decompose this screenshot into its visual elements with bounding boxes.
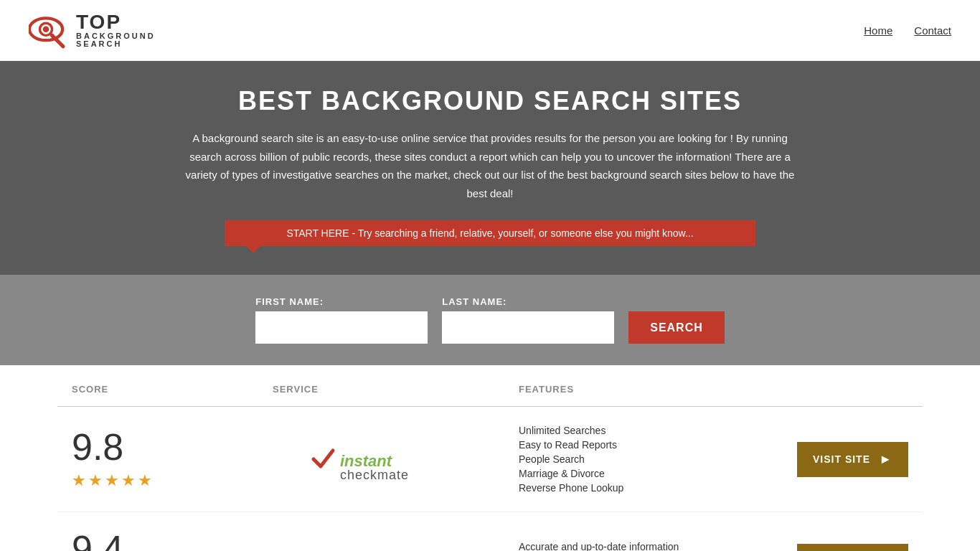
star-1: ★ xyxy=(72,471,86,490)
col-action xyxy=(765,384,908,395)
last-name-label: LAST NAME: xyxy=(442,296,614,307)
score-number-1: 9.8 xyxy=(72,428,123,466)
first-name-label: FIRST NAME: xyxy=(255,296,428,307)
svg-text:checkmate: checkmate xyxy=(340,468,409,479)
col-features: FEATURES xyxy=(519,384,765,395)
search-callout: START HERE - Try searching a friend, rel… xyxy=(225,220,755,246)
feature-2-1: Accurate and up-to-date information xyxy=(519,541,765,551)
table-row: 9.4 ★ ★ ★ ★ ★ People Looker Accurate and… xyxy=(57,512,923,551)
page-title: BEST BACKGROUND SEARCH SITES xyxy=(14,86,966,116)
feature-1-1: Unlimited Searches xyxy=(519,425,765,436)
svg-point-4 xyxy=(50,33,54,37)
visit-cell-1: VISIT SITE ► xyxy=(765,442,908,477)
feature-1-5: Reverse Phone Lookup xyxy=(519,482,765,494)
results-section: SCORE SERVICE FEATURES 9.8 ★ ★ ★ ★ ★ ins… xyxy=(0,372,980,551)
search-form-area: FIRST NAME: LAST NAME: SEARCH xyxy=(0,275,980,365)
logo-top-text: TOP xyxy=(76,12,156,32)
first-name-input[interactable] xyxy=(255,311,428,344)
search-button[interactable]: SEARCH xyxy=(628,311,725,344)
table-row: 9.8 ★ ★ ★ ★ ★ instant checkmate Unlimite… xyxy=(57,407,923,512)
service-logo-1: instant checkmate xyxy=(273,433,519,486)
first-name-field: FIRST NAME: xyxy=(255,296,428,344)
hero-description: A background search site is an easy-to-u… xyxy=(182,129,798,202)
arrow-icon-1: ► xyxy=(879,452,892,467)
score-cell-2: 9.4 ★ ★ ★ ★ ★ xyxy=(72,530,273,551)
col-score: SCORE xyxy=(72,384,273,395)
star-half-1: ★ xyxy=(138,471,152,490)
visit-cell-2: VISIT SITE ► xyxy=(765,544,908,552)
score-cell-1: 9.8 ★ ★ ★ ★ ★ xyxy=(72,428,273,490)
checkmate-logo-svg: instant checkmate xyxy=(310,440,482,479)
col-service: SERVICE xyxy=(273,384,519,395)
visit-site-button-2[interactable]: VISIT SITE ► xyxy=(797,544,908,552)
logo-icon xyxy=(29,11,72,50)
peoplelooker-logo-svg: People Looker xyxy=(310,542,482,552)
site-header: TOP BACKGROUNDSEARCH Home Contact xyxy=(0,0,980,61)
feature-1-4: Marriage & Divorce xyxy=(519,468,765,479)
last-name-input[interactable] xyxy=(442,311,614,344)
features-cell-2: Accurate and up-to-date information Unli… xyxy=(519,541,765,551)
visit-site-button-1[interactable]: VISIT SITE ► xyxy=(797,442,908,477)
site-logo: TOP BACKGROUNDSEARCH xyxy=(29,11,156,50)
star-3: ★ xyxy=(105,471,119,490)
nav-contact[interactable]: Contact xyxy=(914,24,951,37)
logo-bottom-text: BACKGROUNDSEARCH xyxy=(76,32,156,48)
score-number-2: 9.4 xyxy=(72,530,123,551)
last-name-field: LAST NAME: xyxy=(442,296,614,344)
star-4: ★ xyxy=(121,471,136,490)
service-logo-2: People Looker xyxy=(273,534,519,552)
feature-1-2: Easy to Read Reports xyxy=(519,439,765,451)
stars-1: ★ ★ ★ ★ ★ xyxy=(72,471,152,490)
svg-point-2 xyxy=(43,26,50,32)
main-nav: Home Contact xyxy=(864,24,951,37)
star-2: ★ xyxy=(88,471,103,490)
logo-text: TOP BACKGROUNDSEARCH xyxy=(76,12,156,48)
table-header: SCORE SERVICE FEATURES xyxy=(57,372,923,407)
nav-home[interactable]: Home xyxy=(864,24,892,37)
features-cell-1: Unlimited Searches Easy to Read Reports … xyxy=(519,425,765,494)
hero-section: BEST BACKGROUND SEARCH SITES A backgroun… xyxy=(0,61,980,275)
feature-1-3: People Search xyxy=(519,453,765,465)
